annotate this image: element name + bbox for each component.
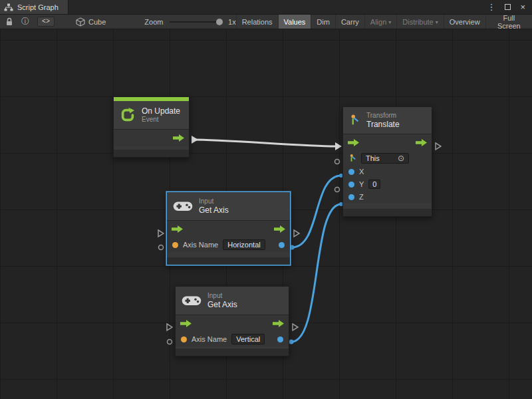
node-category: Input	[199, 198, 229, 205]
graph-canvas[interactable]: On Update Event Transfor	[0, 29, 532, 399]
gamepad-icon	[173, 201, 193, 212]
values-button[interactable]: Values	[278, 15, 311, 29]
port-row-z: Z	[343, 191, 432, 203]
maximize-icon[interactable]	[505, 4, 511, 10]
zoom-value: 1x	[228, 18, 236, 26]
node-title: Get Axis	[199, 205, 229, 215]
script-graph-window: Script Graph ⋮ × ⓘ <> Cube Zoom	[0, 0, 532, 399]
fullscreen-button[interactable]: Full Screen	[485, 15, 532, 29]
value-port-z[interactable]	[348, 194, 354, 200]
value-out-port[interactable]	[279, 242, 285, 248]
axis-name-field[interactable]: Horizontal	[223, 239, 265, 250]
node-footer	[343, 209, 432, 216]
zoom-slider-track[interactable]	[170, 21, 223, 23]
graph-icon	[4, 3, 13, 11]
value-port-x[interactable]	[348, 169, 354, 175]
node-footer	[167, 257, 290, 265]
flow-out-port[interactable]	[273, 320, 284, 327]
target-picker-icon[interactable]: ⊙	[398, 154, 404, 162]
menu-icon[interactable]: ⋮	[487, 2, 495, 12]
loose-port-y[interactable]	[335, 188, 340, 192]
wire-start-arrow-icon	[192, 136, 198, 144]
align-button[interactable]: Align ▾	[364, 15, 396, 29]
port-label-axis-name: Axis Name	[192, 335, 227, 343]
wire-vertical-to-z[interactable]	[291, 204, 341, 342]
loose-port-this[interactable]	[335, 160, 340, 164]
flow-out-port[interactable]	[416, 139, 427, 146]
zoom-slider-handle[interactable]	[216, 19, 223, 25]
loose-flow-in-getaxis-v[interactable]	[167, 324, 172, 331]
wire-end-arrow-icon	[335, 142, 342, 150]
y-value-field[interactable]: 0	[368, 180, 380, 189]
relations-button[interactable]: Relations	[236, 15, 278, 29]
zoom-label: Zoom	[144, 18, 163, 26]
node-subtitle: Event	[142, 116, 180, 124]
node-get-axis-horizontal[interactable]: Input Get Axis Axis Name Horizontal	[166, 192, 291, 265]
target-object-label[interactable]: Cube	[88, 18, 106, 26]
info-icon[interactable]: ⓘ	[21, 16, 29, 27]
node-category: Transform	[366, 112, 400, 120]
align-label: Align	[370, 18, 386, 26]
chevron-down-icon: ▾	[388, 19, 391, 25]
transform-mini-icon	[348, 154, 356, 163]
port-row-this: This ⊙	[343, 151, 432, 166]
wire-endpoint	[289, 340, 294, 344]
port-row-axis-name: Axis Name Vertical	[176, 332, 289, 346]
node-footer	[176, 348, 289, 356]
node-title: Translate	[366, 120, 400, 129]
distribute-label: Distribute	[402, 18, 433, 26]
graph-toolbar: ⓘ <> Cube Zoom 1x Relations Values Dim C…	[0, 15, 532, 29]
loose-flow-out-translate[interactable]	[436, 143, 441, 150]
lock-icon[interactable]	[5, 17, 13, 27]
loose-flow-in-getaxis-h[interactable]	[158, 230, 164, 237]
node-get-axis-vertical[interactable]: Input Get Axis Axis Name Vertical	[175, 286, 289, 356]
code-view-button[interactable]: <>	[37, 17, 55, 27]
carry-button[interactable]: Carry	[335, 15, 364, 29]
wire-horizontal-to-x[interactable]	[292, 176, 341, 247]
loose-port-axisname-h[interactable]	[159, 245, 164, 250]
port-row-y: Y 0	[343, 178, 432, 191]
port-label-axis-name: Axis Name	[183, 241, 218, 249]
chevron-down-icon: ▾	[436, 19, 438, 25]
wire-flow-onupdate-translate[interactable]	[192, 140, 336, 146]
distribute-button[interactable]: Distribute ▾	[396, 15, 443, 29]
this-target-value: This	[366, 154, 380, 162]
port-row-axis-name: Axis Name Horizontal	[167, 237, 290, 252]
loose-port-axisname-v[interactable]	[168, 340, 172, 344]
string-port-axis-name[interactable]	[172, 242, 178, 248]
node-translate[interactable]: Transform Translate	[342, 106, 432, 217]
value-port-y[interactable]	[348, 182, 354, 188]
port-row-x: X	[343, 166, 432, 178]
flow-out-port[interactable]	[173, 134, 184, 142]
on-update-icon	[120, 107, 136, 123]
this-target-field[interactable]: This ⊙	[361, 153, 409, 164]
flow-out-port[interactable]	[274, 225, 285, 233]
tab-title: Script Graph	[17, 3, 59, 11]
port-label-y: Y	[359, 180, 364, 188]
close-icon[interactable]: ×	[520, 2, 525, 12]
gamepad-icon	[182, 295, 201, 307]
loose-flow-out-getaxis-v[interactable]	[293, 324, 298, 331]
overview-button[interactable]: Overview	[444, 15, 485, 29]
flow-in-port[interactable]	[172, 225, 183, 233]
node-title: Get Axis	[207, 300, 237, 309]
node-footer	[114, 150, 189, 157]
axis-name-field[interactable]: Vertical	[231, 334, 265, 344]
tab-script-graph[interactable]: Script Graph	[0, 0, 68, 14]
cube-icon	[76, 17, 85, 27]
flow-in-port[interactable]	[348, 139, 359, 146]
transform-icon	[348, 113, 360, 128]
loose-flow-out-getaxis-h[interactable]	[294, 230, 299, 237]
port-label-z: Z	[359, 193, 364, 201]
node-title: On Update	[142, 106, 180, 116]
string-port-axis-name[interactable]	[181, 336, 187, 342]
port-label-x: X	[359, 168, 364, 176]
zoom-slider[interactable]	[170, 17, 223, 27]
value-out-port[interactable]	[277, 336, 283, 342]
node-on-update[interactable]: On Update Event	[113, 96, 190, 158]
dim-button[interactable]: Dim	[311, 15, 335, 29]
flow-in-port[interactable]	[180, 320, 192, 327]
titlebar: Script Graph ⋮ ×	[0, 0, 532, 15]
node-category: Input	[207, 292, 237, 300]
